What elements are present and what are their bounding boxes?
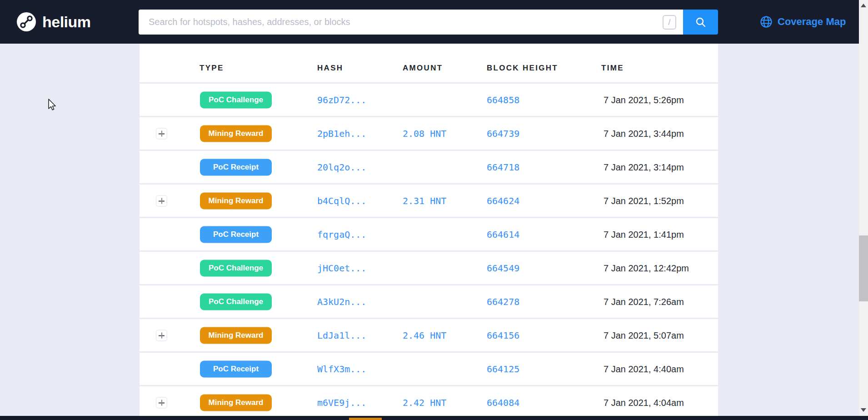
- header-time: TIME: [601, 44, 624, 82]
- search-button[interactable]: [683, 10, 718, 35]
- block-height-link[interactable]: 664614: [487, 229, 519, 240]
- amount-value: 2.42 HNT: [403, 397, 446, 408]
- table-row: PoC Challenge 96zD72... 664858 7 Jan 202…: [140, 82, 718, 116]
- footer-bar: [0, 416, 868, 420]
- time-value: 7 Jan 2021, 4:04am: [604, 397, 684, 408]
- time-value: 7 Jan 2021, 3:44pm: [604, 128, 684, 139]
- table-row: Mining Reward LdJa1l... 2.46 HNT 664156 …: [140, 318, 718, 351]
- hash-link[interactable]: LdJa1l...: [317, 330, 366, 341]
- hash-link[interactable]: WlfX3m...: [317, 364, 366, 375]
- amount-value: 2.31 HNT: [403, 195, 446, 206]
- expand-button[interactable]: [156, 128, 167, 139]
- header-hash: HASH: [317, 44, 343, 82]
- hash-link[interactable]: 20lq2o...: [317, 162, 366, 173]
- header-block-height: BLOCK HEIGHT: [487, 44, 558, 82]
- helium-logo-icon: [17, 12, 36, 31]
- time-value: 7 Jan 2021, 5:07am: [604, 330, 684, 340]
- mouse-cursor-icon: [47, 99, 57, 111]
- table-row: PoC Challenge A3kU2n... 664278 7 Jan 202…: [140, 284, 718, 318]
- block-height-link[interactable]: 664125: [487, 364, 519, 375]
- table-row: Mining Reward 2pB1eh... 2.08 HNT 664739 …: [140, 116, 718, 150]
- navbar: helium / Coverage Map: [0, 0, 859, 44]
- hash-link[interactable]: 96zD72...: [317, 95, 366, 105]
- coverage-map-label: Coverage Map: [778, 16, 846, 28]
- coverage-map-link[interactable]: Coverage Map: [760, 0, 846, 44]
- type-badge: Mining Reward: [200, 125, 272, 142]
- scroll-up-icon[interactable]: [861, 4, 866, 7]
- time-value: 7 Jan 2021, 1:52pm: [604, 195, 684, 206]
- type-badge: PoC Challenge: [200, 91, 272, 108]
- search-input[interactable]: [139, 10, 683, 35]
- header-amount: AMOUNT: [403, 44, 443, 82]
- table-row: Mining Reward b4CqlQ... 2.31 HNT 664624 …: [140, 183, 718, 217]
- type-badge: PoC Challenge: [200, 260, 272, 276]
- type-badge: PoC Challenge: [200, 293, 272, 310]
- time-value: 7 Jan 2021, 4:40am: [604, 364, 684, 374]
- type-badge: Mining Reward: [200, 394, 272, 411]
- block-height-link[interactable]: 664549: [487, 263, 519, 274]
- expand-button[interactable]: [156, 195, 167, 206]
- time-value: 7 Jan 2021, 7:26am: [604, 296, 684, 307]
- expand-button[interactable]: [156, 397, 167, 408]
- hash-link[interactable]: b4CqlQ...: [317, 195, 366, 206]
- time-value: 7 Jan 2021, 12:42pm: [604, 263, 689, 273]
- header-type: TYPE: [200, 44, 224, 82]
- time-value: 7 Jan 2021, 5:26pm: [604, 95, 684, 105]
- time-value: 7 Jan 2021, 3:14pm: [604, 162, 684, 172]
- table-row: PoC Receipt 20lq2o... 664718 7 Jan 2021,…: [140, 150, 718, 183]
- block-height-link[interactable]: 664739: [487, 128, 519, 139]
- type-badge: PoC Receipt: [200, 226, 272, 243]
- hash-link[interactable]: A3kU2n...: [317, 296, 366, 307]
- transactions-card: TYPE HASH AMOUNT BLOCK HEIGHT TIME PoC C…: [140, 44, 718, 420]
- search-icon: [695, 16, 707, 28]
- block-height-link[interactable]: 664156: [487, 330, 519, 341]
- amount-value: 2.08 HNT: [403, 128, 446, 139]
- block-height-link[interactable]: 664084: [487, 397, 519, 408]
- block-height-link[interactable]: 664858: [487, 95, 519, 105]
- table-row: Mining Reward m6VE9j... 2.42 HNT 664084 …: [140, 385, 718, 419]
- search-bar: /: [139, 10, 718, 35]
- scroll-down-icon[interactable]: [861, 408, 866, 412]
- type-badge: PoC Receipt: [200, 159, 272, 175]
- hash-link[interactable]: m6VE9j...: [317, 397, 366, 408]
- expand-button[interactable]: [156, 330, 167, 341]
- type-badge: PoC Receipt: [200, 360, 272, 377]
- table-row: PoC Receipt WlfX3m... 664125 7 Jan 2021,…: [140, 351, 718, 385]
- type-badge: Mining Reward: [200, 192, 272, 209]
- keyboard-shortcut-hint: /: [663, 15, 676, 30]
- table-row: PoC Challenge jHC0et... 664549 7 Jan 202…: [140, 250, 718, 284]
- brand-name: helium: [42, 13, 91, 31]
- table-header: TYPE HASH AMOUNT BLOCK HEIGHT TIME: [140, 44, 718, 82]
- type-badge: Mining Reward: [200, 327, 272, 344]
- hash-link[interactable]: 2pB1eh...: [317, 128, 366, 139]
- hash-link[interactable]: fqrgaQ...: [317, 229, 366, 240]
- scrollbar-thumb[interactable]: [859, 235, 868, 301]
- helium-logo[interactable]: helium: [17, 12, 91, 31]
- block-height-link[interactable]: 664278: [487, 296, 519, 307]
- hash-link[interactable]: jHC0et...: [317, 263, 366, 274]
- vertical-scrollbar[interactable]: [859, 0, 868, 420]
- table-row: PoC Receipt fqrgaQ... 664614 7 Jan 2021,…: [140, 217, 718, 250]
- amount-value: 2.46 HNT: [403, 330, 446, 341]
- block-height-link[interactable]: 664718: [487, 162, 519, 173]
- footer-accent: [349, 418, 382, 420]
- time-value: 7 Jan 2021, 1:41pm: [604, 229, 684, 240]
- table-body: PoC Challenge 96zD72... 664858 7 Jan 202…: [140, 82, 718, 419]
- block-height-link[interactable]: 664624: [487, 195, 519, 206]
- globe-icon: [760, 15, 773, 28]
